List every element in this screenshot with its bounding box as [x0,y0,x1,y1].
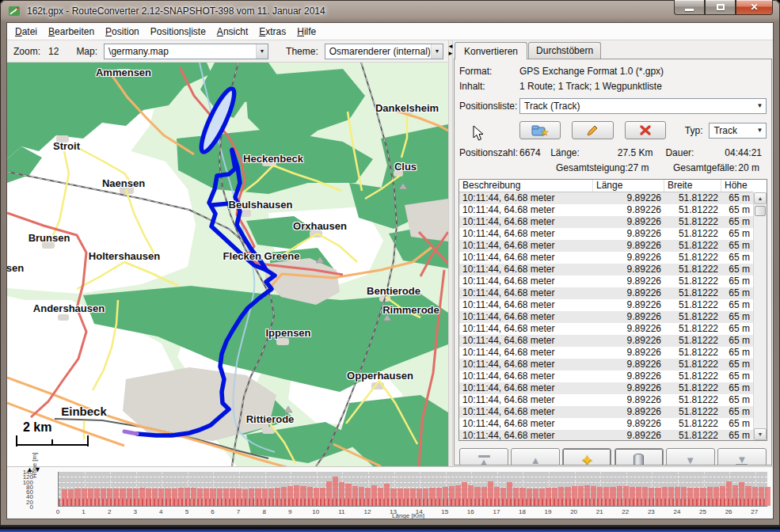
move-down-button[interactable]: ▼ [666,448,715,466]
cell-hoehe: 65 m [721,192,753,204]
cell-laenge: 9.89226 [593,430,664,441]
cell-beschreibung: 10:11:44, 64.68 meter [459,311,593,323]
move-up-button[interactable]: ▲ [511,448,560,466]
position-row[interactable]: 10:11:44, 64.68 meter 9.89226 51.81222 6… [459,204,753,216]
menu-item[interactable]: Extras [253,24,291,40]
map-select[interactable]: \germany.map ▼ [104,44,268,59]
cell-hoehe: 65 m [721,394,753,406]
cell-breite: 51.81222 [664,264,721,276]
rename-positionlist-button[interactable] [572,121,613,139]
cell-laenge: 9.89226 [593,406,664,418]
tab-durchstoebern[interactable]: Durchstöbern [528,42,601,59]
menu-item[interactable]: Bearbeiten [43,24,100,40]
taskbar-edge[interactable] [0,526,780,532]
position-row[interactable]: 10:11:44, 64.68 meter 9.89226 51.81222 6… [459,240,753,252]
delete-position-button[interactable] [614,448,664,466]
position-row[interactable]: 10:11:44, 64.68 meter 9.89226 51.81222 6… [459,228,753,240]
column-laenge[interactable]: Länge [593,180,664,192]
move-to-bottom-button[interactable]: ▼ [717,448,767,466]
position-row[interactable]: 10:11:44, 64.68 meter 9.89226 51.81222 6… [459,299,753,311]
maximize-button[interactable] [705,0,736,15]
y-tick-label: 140 [11,469,33,476]
positionsliste-select[interactable]: Track (Track) ▼ [519,98,767,114]
cell-hoehe: 65 m [721,311,753,323]
titlebar[interactable]: 162t.gpx - RouteConverter 2.12-SNAPSHOT-… [0,0,780,22]
table-scrollbar[interactable]: ▲ ▼ [753,192,767,440]
zoom-value: 12 [48,46,59,57]
new-positionlist-icon: ★ [531,124,549,137]
position-row[interactable]: 10:11:44, 64.68 meter 9.89226 51.81222 6… [459,287,753,299]
cell-beschreibung: 10:11:44, 64.68 meter [459,347,593,359]
position-row[interactable]: 10:11:44, 64.68 meter 9.89226 51.81222 6… [459,335,753,347]
cell-laenge: 9.89226 [593,335,664,347]
position-row[interactable]: 10:11:44, 64.68 meter 9.89226 51.81222 6… [459,394,753,406]
x-tick-label: 19 [538,508,557,515]
scroll-down-icon[interactable]: ▼ [754,428,767,440]
position-row[interactable]: 10:11:44, 64.68 meter 9.89226 51.81222 6… [459,252,753,264]
cell-laenge: 9.89226 [593,264,664,276]
position-row[interactable]: 10:11:44, 64.68 meter 9.89226 51.81222 6… [459,311,753,323]
theme-select[interactable]: Osmarenderer (internal) ▼ [325,44,443,59]
column-breite[interactable]: Breite [664,180,721,192]
column-hoehe[interactable]: Höhe [721,180,753,192]
position-row[interactable]: 10:11:44, 64.68 meter 9.89226 51.81222 6… [459,359,753,370]
menu-item[interactable]: Ansicht [211,24,253,40]
position-row[interactable]: 10:11:44, 64.68 meter 9.89226 51.81222 6… [459,347,753,359]
position-row[interactable]: 10:11:44, 64.68 meter 9.89226 51.81222 6… [459,418,753,430]
x-tick-label: 20 [565,508,584,515]
menu-item[interactable]: Position [100,24,145,40]
scroll-up-icon[interactable]: ▲ [754,192,767,204]
position-row[interactable]: 10:11:44, 64.68 meter 9.89226 51.81222 6… [459,216,753,228]
cell-beschreibung: 10:11:44, 64.68 meter [459,323,593,335]
position-row[interactable]: 10:11:44, 64.68 meter 9.89226 51.81222 6… [459,323,753,335]
close-button[interactable]: ✕ [736,0,773,15]
map-view[interactable]: AmmensenDankelsheimStroitHeckenbeckClusN… [7,63,448,466]
scrollbar-thumb[interactable] [755,206,766,216]
splitter-collapse-right-icon[interactable]: ► [447,50,454,57]
theme-label: Theme: [286,46,318,57]
cell-breite: 51.81222 [664,252,721,264]
splitter-collapse-left-icon[interactable]: ◄ [447,43,454,50]
map-label: Map: [76,46,97,57]
move-to-top-button[interactable]: ▲ [459,448,508,466]
position-row[interactable]: 10:11:44, 64.68 meter 9.89226 51.81222 6… [459,430,753,441]
move-top-icon: ▲ [479,458,489,466]
cell-beschreibung: 10:11:44, 64.68 meter [459,418,593,430]
typ-select[interactable]: Track ▼ [709,123,767,139]
menu-item-post: atei [22,26,37,37]
cell-breite: 51.81222 [664,276,721,287]
x-tick-label: 1 [74,508,93,515]
minimize-button[interactable] [674,0,705,15]
position-row[interactable]: 10:11:44, 64.68 meter 9.89226 51.81222 6… [459,192,753,204]
menu-item[interactable]: Positionsliste [145,24,211,40]
menu-item[interactable]: Datei [10,24,43,40]
cell-breite: 51.81222 [664,418,721,430]
position-row[interactable]: 10:11:44, 64.68 meter 9.89226 51.81222 6… [459,276,753,287]
position-row[interactable]: 10:11:44, 64.68 meter 9.89226 51.81222 6… [459,406,753,418]
menu-item-post: earbeiten [55,26,94,37]
menu-item[interactable]: Hilfe [291,24,322,40]
new-positionlist-button[interactable]: ★ [519,121,561,139]
x-tick-label: 5 [177,508,196,515]
cell-beschreibung: 10:11:44, 64.68 meter [459,216,593,228]
vertical-splitter[interactable]: ◄► [448,40,453,466]
cell-beschreibung: 10:11:44, 64.68 meter [459,394,593,406]
tab-konvertieren[interactable]: Konvertieren [455,42,527,59]
position-row[interactable]: 10:11:44, 64.68 meter 9.89226 51.81222 6… [459,370,753,382]
cell-beschreibung: 10:11:44, 64.68 meter [459,287,593,299]
column-beschreibung[interactable]: Beschreibung [459,180,593,192]
delete-positionlist-button[interactable] [625,121,666,139]
new-position-button[interactable]: ✦ [562,448,611,466]
theme-select-value: Osmarenderer (internal) [329,46,431,57]
cell-beschreibung: 10:11:44, 64.68 meter [459,204,593,216]
cell-breite: 51.81222 [664,311,721,323]
menu-item-accelerator: D [15,26,22,37]
gesamtsteigung-label: Gesamtsteigung: [556,162,628,173]
position-row[interactable]: 10:11:44, 64.68 meter 9.89226 51.81222 6… [459,264,753,276]
cell-hoehe: 65 m [721,430,753,441]
cell-laenge: 9.89226 [593,240,664,252]
cell-beschreibung: 10:11:44, 64.68 meter [459,192,593,204]
konvertieren-panel: Format: GPS Exchange Format 1.0 (*.gpx) … [454,59,772,466]
cell-hoehe: 65 m [721,240,753,252]
position-row[interactable]: 10:11:44, 64.68 meter 9.89226 51.81222 6… [459,382,753,394]
